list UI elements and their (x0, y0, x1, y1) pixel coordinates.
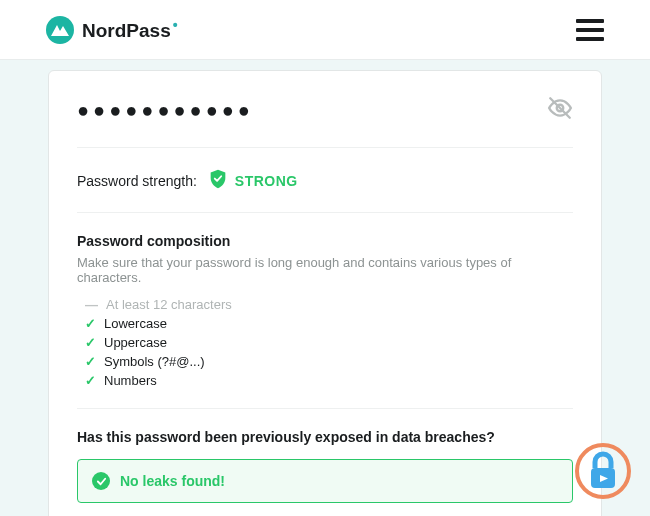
composition-item-label: Lowercase (104, 316, 167, 331)
breach-result-box: No leaks found! (77, 459, 573, 503)
svg-point-0 (46, 16, 74, 44)
check-icon: ✓ (85, 354, 96, 369)
composition-item: —At least 12 characters (85, 297, 573, 312)
composition-section: Password composition Make sure that your… (77, 213, 573, 409)
password-checker-card: ●●●●●●●●●●● Password strength: STRONG Pa… (48, 70, 602, 516)
dash-icon: — (85, 297, 98, 312)
composition-list: —At least 12 characters✓Lowercase✓Upperc… (77, 297, 573, 388)
composition-item-label: Numbers (104, 373, 157, 388)
check-icon: ✓ (85, 316, 96, 331)
composition-item: ✓Lowercase (85, 316, 573, 331)
strength-row: Password strength: STRONG (77, 148, 573, 213)
composition-item-label: Symbols (?#@...) (104, 354, 205, 369)
menu-icon[interactable] (576, 19, 604, 41)
password-field-row: ●●●●●●●●●●● (77, 95, 573, 148)
strength-value: STRONG (235, 173, 298, 189)
composition-item-label: Uppercase (104, 335, 167, 350)
composition-item: ✓Numbers (85, 373, 573, 388)
breach-question: Has this password been previously expose… (77, 429, 573, 445)
shield-check-icon (207, 168, 229, 194)
composition-item: ✓Symbols (?#@...) (85, 354, 573, 369)
topbar: NordPass• (0, 0, 650, 60)
eye-off-icon[interactable] (547, 95, 573, 125)
composition-item: ✓Uppercase (85, 335, 573, 350)
logo-mountain-icon (46, 16, 74, 44)
check-icon: ✓ (85, 373, 96, 388)
brand-logo[interactable]: NordPass• (46, 16, 178, 44)
check-circle-icon (92, 472, 110, 490)
check-icon: ✓ (85, 335, 96, 350)
composition-subtitle: Make sure that your password is long eno… (77, 255, 573, 285)
password-input[interactable]: ●●●●●●●●●●● (77, 99, 254, 122)
breach-result-text: No leaks found! (120, 473, 225, 489)
composition-item-label: At least 12 characters (106, 297, 232, 312)
strength-label: Password strength: (77, 173, 197, 189)
brand-name: NordPass• (82, 17, 178, 42)
composition-title: Password composition (77, 233, 573, 249)
